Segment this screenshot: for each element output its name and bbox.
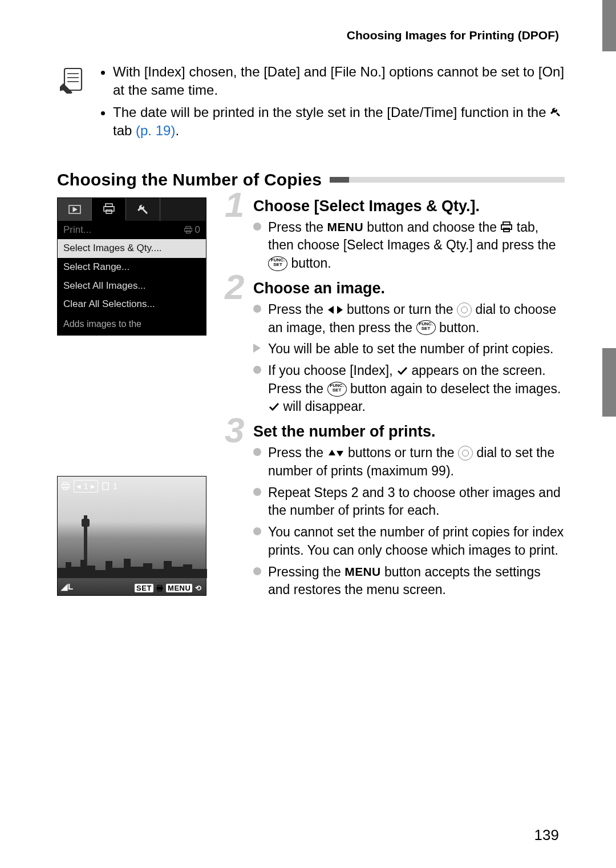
print-hud-icon	[156, 585, 164, 592]
func-set-icon: FUNC.SET	[268, 256, 287, 271]
control-dial-icon	[458, 446, 473, 461]
svg-marker-22	[328, 306, 334, 314]
svg-rect-12	[63, 482, 68, 485]
section-title: Choosing the Number of Copies	[57, 170, 322, 189]
hud-size-icon: ◢L	[61, 582, 73, 592]
svg-rect-7	[104, 207, 114, 211]
svg-marker-5	[73, 207, 77, 212]
note-box: With [Index] chosen, the [Date] and [Fil…	[57, 63, 565, 144]
left-right-arrows-icon	[327, 305, 343, 315]
right-column: 1Choose [Select Images & Qty.].Press the…	[228, 197, 565, 606]
menu-row-selected: Select Images & Qty....	[58, 239, 206, 258]
svg-rect-21	[504, 228, 509, 232]
two-column-layout: Print... 0 Select Images & Qty.... Selec…	[57, 197, 565, 606]
doc-hud-icon	[102, 482, 110, 490]
print-small-icon	[184, 226, 193, 234]
step-number: 2	[225, 269, 244, 305]
svg-marker-23	[337, 306, 343, 314]
page-number: 139	[534, 826, 559, 844]
step: 1Choose [Select Images & Qty.].Press the…	[228, 197, 565, 273]
check-icon	[268, 401, 279, 413]
page-ref-link[interactable]: (p. 19)	[136, 123, 175, 138]
step-title: Choose [Select Images & Qty.].	[253, 197, 565, 215]
camera-menu-screenshot: Print... 0 Select Images & Qty.... Selec…	[57, 197, 206, 336]
menu-tabs	[58, 198, 206, 221]
step: 3Set the number of prints.Press the butt…	[228, 423, 565, 599]
tab-setup-icon	[126, 198, 160, 221]
hud-left-right-icon: ◂ 1 ▸	[74, 480, 98, 492]
left-column: Print... 0 Select Images & Qty.... Selec…	[57, 197, 217, 606]
page: Choosing Images for Printing (DPOF) With…	[0, 0, 616, 868]
svg-rect-8	[106, 210, 112, 213]
step-number: 3	[225, 413, 244, 448]
side-tab-top	[602, 0, 616, 51]
step-body-list: Press the buttons or turn the dial to se…	[253, 444, 565, 599]
section-rule	[330, 177, 565, 183]
menu-row: Clear All Selections...	[58, 295, 206, 314]
print-hud-icon	[61, 482, 70, 491]
section-title-row: Choosing the Number of Copies	[57, 170, 565, 189]
menu-row: Select Range...	[58, 258, 206, 277]
step-body-item: Press the buttons or turn the dial to ch…	[253, 301, 565, 337]
step-body-item: Repeat Steps 2 and 3 to choose other ima…	[253, 484, 565, 520]
svg-marker-24	[329, 450, 335, 455]
step-body-list: Press the MENU button and choose the tab…	[253, 219, 565, 273]
menu-row-print: Print... 0	[58, 221, 206, 240]
step-body-item: You will be able to set the number of pr…	[253, 340, 565, 358]
note-list: With [Index] chosen, the [Date] and [Fil…	[100, 63, 565, 144]
hud-top: ◂ 1 ▸ 1	[61, 480, 117, 492]
svg-rect-18	[158, 589, 161, 591]
svg-rect-15	[103, 483, 108, 490]
svg-rect-11	[186, 231, 190, 233]
step-body-list: Press the buttons or turn the dial to ch…	[253, 301, 565, 416]
camera-image-screenshot: ◂ 1 ▸ 1 ◢L SET MENU ⟲	[57, 476, 206, 596]
svg-rect-14	[63, 487, 67, 489]
tab-playback-icon	[58, 198, 92, 221]
svg-rect-13	[62, 485, 69, 488]
side-tab-mid	[602, 348, 616, 417]
step-body-item: Press the buttons or turn the dial to se…	[253, 444, 565, 480]
menu-word-icon: MENU	[327, 219, 363, 236]
wrench-icon	[550, 107, 561, 118]
note-item: With [Index] chosen, the [Date] and [Fil…	[113, 63, 565, 100]
func-set-icon: FUNC.SET	[416, 320, 436, 335]
skyline-silhouette	[58, 555, 207, 578]
back-arrow-icon: ⟲	[195, 584, 202, 592]
control-dial-icon	[457, 302, 472, 317]
svg-marker-25	[337, 451, 343, 457]
svg-rect-10	[184, 228, 192, 232]
step-body-item: You cannot set the number of print copie…	[253, 523, 565, 559]
step-number: 1	[225, 187, 244, 223]
menu-word-icon: MENU	[345, 564, 380, 580]
note-item: The date will be printed in the style se…	[113, 103, 565, 140]
step-title: Set the number of prints.	[253, 423, 565, 441]
menu-row-hint: Adds images to the	[58, 314, 206, 335]
step: 2Choose an image.Press the buttons or tu…	[228, 280, 565, 416]
step-body-item: Press the MENU button and choose the tab…	[253, 219, 565, 273]
func-set-icon: FUNC.SET	[327, 382, 347, 397]
page-header: Choosing Images for Printing (DPOF)	[57, 29, 565, 42]
check-icon	[396, 365, 408, 377]
pencil-note-icon	[57, 63, 89, 144]
step-body-item: If you choose [Index], appears on the sc…	[253, 362, 565, 416]
hud-bottom: SET MENU ⟲	[135, 584, 201, 592]
svg-rect-16	[157, 586, 161, 587]
print-tab-icon	[500, 221, 513, 233]
step-body-item: Pressing the MENU button accepts the set…	[253, 563, 565, 599]
step-title: Choose an image.	[253, 280, 565, 297]
tab-print-icon	[92, 198, 126, 221]
menu-row: Select All Images...	[58, 277, 206, 296]
up-down-arrows-icon	[327, 449, 345, 458]
